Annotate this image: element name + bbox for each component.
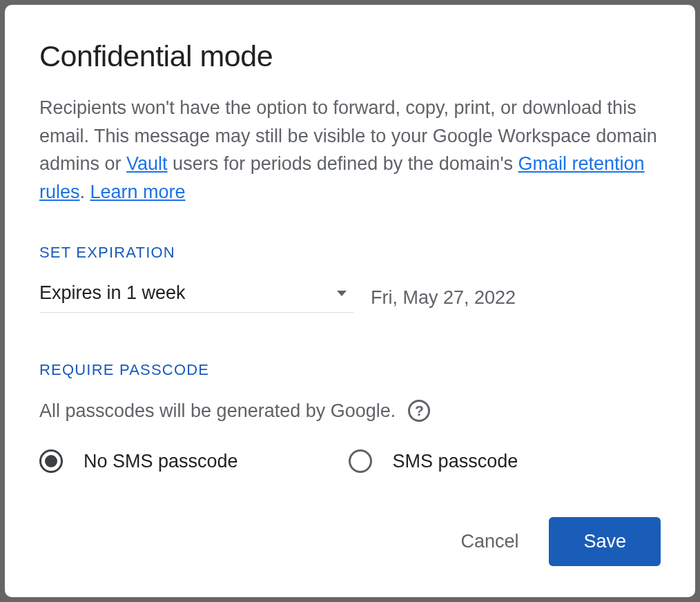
expiration-row: Expires in 1 week Fri, May 27, 2022 bbox=[39, 282, 661, 313]
radio-selected-dot bbox=[45, 455, 57, 467]
confidential-mode-dialog: Confidential mode Recipients won't have … bbox=[5, 5, 695, 597]
expiration-dropdown[interactable]: Expires in 1 week bbox=[39, 282, 353, 313]
passcode-subtext-row: All passcodes will be generated by Googl… bbox=[39, 400, 661, 422]
radio-label-sms: SMS passcode bbox=[393, 451, 518, 472]
learn-more-link[interactable]: Learn more bbox=[90, 182, 186, 202]
radio-icon bbox=[349, 449, 372, 473]
chevron-down-icon bbox=[337, 291, 347, 296]
passcode-radio-group: No SMS passcode SMS passcode bbox=[39, 449, 661, 473]
radio-no-sms-passcode[interactable]: No SMS passcode bbox=[39, 449, 238, 473]
expiration-selected-text: Expires in 1 week bbox=[39, 282, 186, 304]
set-expiration-label: SET EXPIRATION bbox=[39, 244, 661, 262]
help-icon[interactable]: ? bbox=[408, 400, 430, 422]
expiration-date: Fri, May 27, 2022 bbox=[371, 287, 516, 309]
radio-sms-passcode[interactable]: SMS passcode bbox=[349, 449, 518, 473]
require-passcode-label: REQUIRE PASSCODE bbox=[39, 361, 661, 379]
description-text-2: users for periods defined by the domain'… bbox=[168, 153, 518, 174]
dialog-description: Recipients won't have the option to forw… bbox=[39, 94, 661, 206]
cancel-button[interactable]: Cancel bbox=[458, 524, 521, 559]
dialog-button-row: Cancel Save bbox=[39, 517, 661, 576]
save-button[interactable]: Save bbox=[549, 517, 661, 566]
passcode-subtext: All passcodes will be generated by Googl… bbox=[39, 400, 396, 422]
description-text-3: . bbox=[80, 182, 90, 202]
radio-label-no-sms: No SMS passcode bbox=[84, 451, 238, 472]
vault-link[interactable]: Vault bbox=[126, 153, 168, 174]
radio-icon bbox=[39, 449, 63, 473]
dialog-title: Confidential mode bbox=[39, 39, 661, 73]
